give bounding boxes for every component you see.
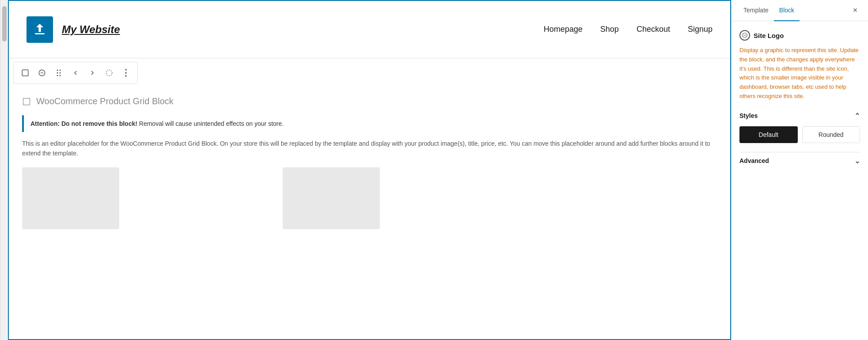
site-title: My Website [62, 23, 120, 36]
svg-point-8 [60, 75, 61, 76]
site-logo-block-btn[interactable] [17, 65, 33, 81]
styles-section: Styles ⌃ Default Rounded [739, 112, 860, 143]
svg-point-3 [57, 70, 58, 71]
block-header: WooCommerce Product Grid Block [22, 96, 717, 106]
advanced-label: Advanced [739, 157, 769, 164]
prev-btn[interactable] [68, 65, 83, 81]
right-panel: Template Block × Site Logo Display a gra… [731, 0, 868, 340]
woo-block-title: WooCommerce Product Grid Block [36, 96, 174, 106]
advanced-header[interactable]: Advanced ⌄ [739, 152, 860, 170]
upload-icon [33, 23, 47, 37]
style-rounded-btn[interactable]: Rounded [802, 126, 860, 143]
advanced-chevron-down-icon: ⌄ [854, 157, 860, 165]
more-options-btn[interactable] [118, 65, 134, 81]
styles-buttons: Default Rounded [739, 126, 860, 143]
tab-template[interactable]: Template [738, 0, 774, 21]
scrollbar[interactable] [0, 0, 8, 340]
product-grid-placeholder [22, 167, 717, 229]
drag-btn[interactable] [51, 65, 67, 81]
logo-upload-icon[interactable] [27, 16, 53, 43]
alert-text: Attention: Do not remove this block! Rem… [30, 120, 284, 127]
style-default-btn[interactable]: Default [739, 126, 798, 143]
next-btn[interactable] [84, 65, 100, 81]
svg-point-6 [60, 72, 61, 74]
site-logo-section-title: Site Logo [739, 30, 860, 41]
svg-point-5 [57, 72, 58, 74]
nav-shop[interactable]: Shop [600, 25, 619, 34]
site-header: My Website Homepage Shop Checkout Signup [9, 1, 730, 58]
nav-homepage[interactable]: Homepage [544, 25, 583, 34]
svg-point-12 [125, 75, 127, 77]
site-logo-area: My Website [27, 16, 120, 43]
scrollbar-thumb[interactable] [2, 6, 7, 42]
loading-circle-btn[interactable] [101, 65, 117, 81]
site-logo-description: Display a graphic to represent this site… [739, 46, 860, 101]
svg-point-7 [57, 75, 58, 76]
alert-box: Attention: Do not remove this block! Rem… [22, 115, 717, 132]
product-placeholder-1 [22, 167, 119, 229]
alert-normal-text: Removal will cause unintended effects on… [139, 120, 284, 127]
svg-point-11 [125, 72, 127, 74]
close-panel-btn[interactable]: × [849, 4, 861, 17]
panel-body: Site Logo Display a graphic to represent… [732, 21, 868, 340]
product-placeholder-2 [283, 167, 380, 229]
nav-checkout[interactable]: Checkout [637, 25, 670, 34]
styles-label: Styles [739, 112, 758, 119]
tab-block[interactable]: Block [774, 0, 800, 21]
site-nav: Homepage Shop Checkout Signup [544, 25, 713, 34]
svg-rect-0 [22, 70, 28, 76]
svg-rect-13 [23, 98, 30, 105]
alert-bold-text: Attention: Do not remove this block! [30, 120, 137, 127]
svg-point-10 [125, 69, 127, 71]
styles-header[interactable]: Styles ⌃ [739, 112, 860, 120]
woo-block-icon [22, 97, 31, 106]
svg-point-4 [60, 70, 61, 71]
styles-chevron-up-icon: ⌃ [854, 112, 860, 120]
editor-canvas: My Website Homepage Shop Checkout Signup [8, 0, 731, 340]
editor-content: WooCommerce Product Grid Block Attention… [9, 87, 730, 339]
site-logo-title: Site Logo [754, 32, 784, 39]
block-toolbar [13, 62, 138, 84]
nav-signup[interactable]: Signup [688, 25, 713, 34]
advanced-section: Advanced ⌄ [739, 152, 860, 170]
panel-tabs: Template Block × [732, 0, 868, 21]
site-logo-icon [739, 30, 750, 41]
block-description: This is an editor placeholder for the Wo… [22, 139, 717, 159]
minus-circle-btn[interactable] [34, 65, 50, 81]
svg-point-9 [106, 70, 112, 76]
